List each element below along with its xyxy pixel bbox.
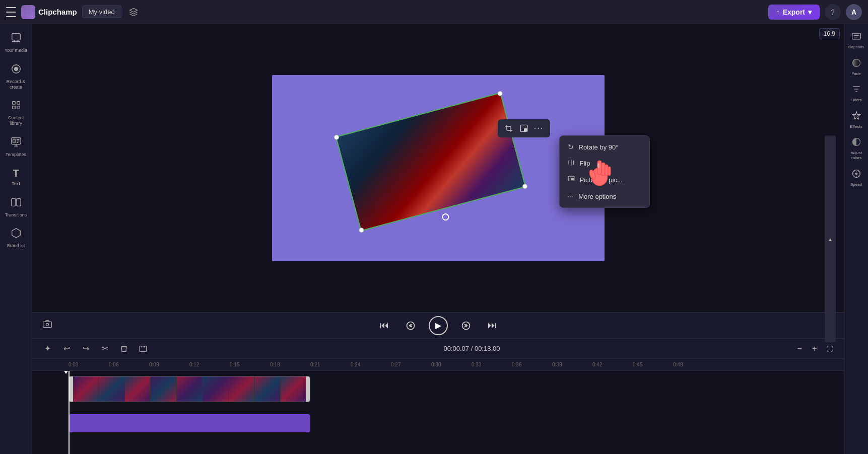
sidebar-label-record: Record & create: [4, 79, 28, 90]
fast-forward-button[interactable]: [458, 318, 474, 334]
context-menu-item-rotate[interactable]: ↻ Rotate by 90°: [560, 139, 649, 155]
crop-button[interactable]: [502, 121, 516, 135]
ruler-mark: 0:12: [189, 362, 230, 367]
cut-button[interactable]: ✂: [98, 342, 112, 356]
delete-button[interactable]: [117, 342, 131, 356]
right-sidebar-item-filters[interactable]: Filters: [846, 81, 866, 106]
zoom-fit-button[interactable]: [824, 343, 836, 355]
export-button[interactable]: ↑ Export ▾: [768, 5, 820, 20]
svg-rect-6: [17, 106, 20, 109]
zoom-out-button[interactable]: −: [793, 343, 806, 355]
text-icon: T: [13, 168, 19, 179]
right-sidebar-label-speed: Speed: [850, 182, 862, 187]
svg-rect-4: [17, 102, 20, 105]
content-library-icon: [11, 100, 22, 113]
sidebar-label-transitions: Transitions: [5, 212, 27, 218]
ruler-mark: 0:21: [310, 362, 351, 367]
auto-compose-button[interactable]: ✦: [40, 342, 54, 356]
svg-marker-17: [573, 160, 574, 166]
timeline-ruler: 0:03 0:06 0:09 0:12 0:15 0:18 0:21 0:24 …: [32, 359, 844, 371]
skip-to-start-button[interactable]: ⏮: [376, 318, 392, 334]
rewind-button[interactable]: [403, 318, 419, 334]
color-track-clip[interactable]: [69, 414, 310, 432]
svg-rect-3: [12, 102, 15, 105]
ruler-mark: 0:33: [472, 362, 512, 367]
topbar: Clipchamp My video ↑ Export ▾ ? A: [0, 0, 868, 24]
right-sidebar-item-fade[interactable]: Fade: [846, 55, 866, 80]
right-sidebar-item-speed[interactable]: Speed: [846, 166, 866, 190]
screenshot-button[interactable]: [42, 319, 52, 332]
context-menu-item-more[interactable]: ··· More options: [560, 188, 649, 204]
video-canvas[interactable]: ··· ↻ Rotate by 90°: [272, 75, 605, 261]
sidebar-item-brand-kit[interactable]: Brand kit: [2, 223, 30, 253]
logo-icon: [21, 5, 35, 19]
zoom-in-button[interactable]: +: [809, 343, 821, 355]
video-track-handle-right[interactable]: [306, 376, 310, 402]
ruler-marks: 0:03 0:06 0:09 0:12 0:15 0:18 0:21 0:24 …: [69, 362, 713, 367]
effects-icon: [851, 111, 861, 123]
video-track-handle-left[interactable]: [69, 376, 73, 402]
ruler-mark: 0:06: [109, 362, 149, 367]
ruler-mark: 0:36: [512, 362, 552, 367]
ai-icon[interactable]: [126, 5, 141, 19]
handle-tr[interactable]: [497, 91, 503, 97]
brand-kit-icon: [11, 228, 22, 241]
handle-tl[interactable]: [333, 134, 339, 140]
ruler-mark: 0:27: [391, 362, 431, 367]
account-button[interactable]: A: [846, 4, 862, 20]
right-sidebar-label-captions: Captions: [848, 45, 864, 50]
sidebar-label-content-library: Content library: [4, 115, 28, 126]
ruler-mark: 0:15: [230, 362, 270, 367]
svg-point-35: [852, 59, 860, 66]
sidebar-item-content-library[interactable]: Content library: [2, 96, 30, 130]
center-area: 16:9: [32, 24, 844, 454]
export-icon: ↑: [776, 8, 780, 16]
right-sidebar-item-effects[interactable]: Effects: [846, 108, 866, 132]
context-menu-item-pip[interactable]: Picture in pic...: [560, 172, 649, 188]
sidebar-item-your-media[interactable]: Your media: [2, 28, 30, 57]
video-track-row: [32, 371, 844, 407]
redo-button[interactable]: ↪: [79, 342, 93, 356]
sidebar-item-text[interactable]: T Text: [2, 164, 30, 191]
topbar-left: Clipchamp My video: [6, 5, 762, 19]
save-frame-button[interactable]: [136, 342, 150, 356]
main-layout: Your media Record & create Content libra…: [0, 24, 868, 454]
flip-label: Flip: [580, 160, 590, 167]
logo-container: Clipchamp: [21, 5, 77, 19]
ruler-mark: 0:42: [592, 362, 633, 367]
ruler-mark: 0:18: [270, 362, 310, 367]
help-button[interactable]: ?: [825, 4, 841, 20]
pip-layout-button[interactable]: [517, 121, 531, 135]
sidebar-item-transitions[interactable]: Transitions: [2, 193, 30, 222]
rotation-handle[interactable]: [441, 213, 449, 221]
undo-button[interactable]: ↩: [59, 342, 74, 356]
handle-br[interactable]: [521, 183, 527, 189]
rotate-icon: ↻: [568, 143, 574, 151]
more-label: More options: [578, 193, 616, 200]
sidebar-label-text: Text: [12, 181, 20, 187]
hamburger-menu[interactable]: [6, 7, 16, 17]
play-button[interactable]: ▶: [429, 316, 448, 335]
ruler-mark: 0:39: [552, 362, 592, 367]
flip-icon: [568, 159, 575, 168]
right-sidebar-item-adjust-colors[interactable]: Adjust colors: [846, 134, 866, 163]
playhead: [69, 371, 70, 454]
right-sidebar-label-filters: Filters: [851, 98, 862, 103]
skip-to-end-button[interactable]: ⏭: [484, 318, 500, 334]
context-menu-item-flip[interactable]: Flip: [560, 155, 649, 172]
handle-bl[interactable]: [358, 227, 364, 233]
export-chevron: ▾: [808, 8, 812, 16]
more-icon: ···: [568, 192, 574, 200]
sidebar-item-record[interactable]: Record & create: [2, 59, 30, 94]
project-name[interactable]: My video: [82, 6, 121, 18]
context-menu: ↻ Rotate by 90° Flip: [559, 135, 650, 208]
timeline-expand-button[interactable]: ▲: [825, 136, 836, 343]
more-options-button[interactable]: ···: [532, 121, 546, 135]
logo-text: Clipchamp: [38, 8, 77, 16]
right-sidebar-label-fade: Fade: [851, 71, 860, 77]
sidebar-label-brand-kit: Brand kit: [7, 243, 25, 249]
video-clip[interactable]: [335, 92, 526, 231]
video-track-clip[interactable]: [69, 376, 310, 402]
sidebar-item-templates[interactable]: Templates: [2, 132, 30, 162]
right-sidebar-item-captions[interactable]: Captions: [846, 28, 866, 53]
